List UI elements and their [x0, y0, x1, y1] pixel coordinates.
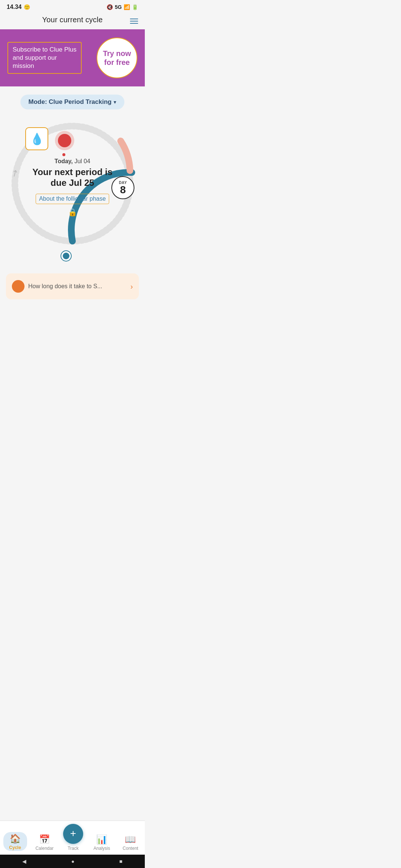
chevron-down-icon: ▾	[114, 99, 116, 105]
menu-icon-line2	[130, 21, 138, 22]
today-strong: Today,	[55, 158, 73, 164]
next-period-text: Your next period is due Jul 25	[30, 167, 115, 188]
try-now-label: Try now for free	[97, 49, 137, 67]
subscription-banner[interactable]: Subscribe to Clue Plus and support our m…	[0, 29, 145, 86]
page-title: Your current cycle	[42, 16, 103, 24]
status-bar: 14.34 🙂 🔇 5G 📶 🔋	[0, 0, 145, 13]
cycle-position-dot	[61, 251, 71, 261]
today-label: Today, Jul 04	[30, 158, 115, 165]
period-dot-inner	[58, 134, 71, 147]
mode-selector[interactable]: Mode: Clue Period Tracking ▾	[20, 95, 125, 109]
subscribe-text-box: Subscribe to Clue Plus and support our m…	[7, 42, 82, 74]
lock-icon: 🔒	[30, 208, 115, 217]
status-time: 14.34	[7, 4, 22, 10]
subscribe-text: Subscribe to Clue Plus and support our m…	[13, 46, 76, 70]
status-emoji-icon: 🙂	[24, 4, 30, 10]
period-drop-box[interactable]: 💧	[25, 127, 48, 150]
header: Your current cycle	[0, 13, 145, 29]
follicular-phase-link[interactable]: About the follicular phase	[36, 194, 109, 204]
battery-icon: 🔋	[132, 4, 138, 10]
drop-icon: 💧	[30, 132, 44, 145]
bottom-card[interactable]: How long does it take to S... ›	[6, 273, 139, 299]
try-now-button[interactable]: Try now for free	[97, 37, 137, 78]
signal-icon: 📶	[124, 4, 130, 10]
network-label: 5G	[115, 4, 122, 10]
menu-icon-line3	[130, 23, 138, 24]
card-text: How long does it take to S...	[25, 283, 130, 290]
mute-icon: 🔇	[107, 4, 113, 10]
card-arrow-icon: ›	[130, 282, 133, 291]
menu-icon-line1	[130, 19, 138, 19]
day-badge-number: 8	[120, 185, 126, 195]
card-icon-circle	[12, 280, 25, 293]
day-badge: Day 8	[111, 176, 134, 199]
mode-container: Mode: Clue Period Tracking ▾	[0, 86, 145, 113]
cycle-center-content: Today, Jul 04 Your next period is due Ju…	[30, 158, 115, 217]
menu-button[interactable]	[130, 19, 138, 24]
status-icons: 🔇 5G 📶 🔋	[107, 4, 138, 10]
mode-label: Mode: Clue Period Tracking	[29, 98, 112, 106]
today-date: Jul 04	[74, 158, 90, 164]
period-dot-outer	[55, 131, 74, 150]
scroll-area: Mode: Clue Period Tracking ▾ ↗ 💧 T	[0, 86, 145, 344]
cycle-circle-area: ↗ 💧 Today, Jul 04 Your next period is du…	[0, 113, 145, 269]
period-dot-small	[62, 153, 65, 156]
